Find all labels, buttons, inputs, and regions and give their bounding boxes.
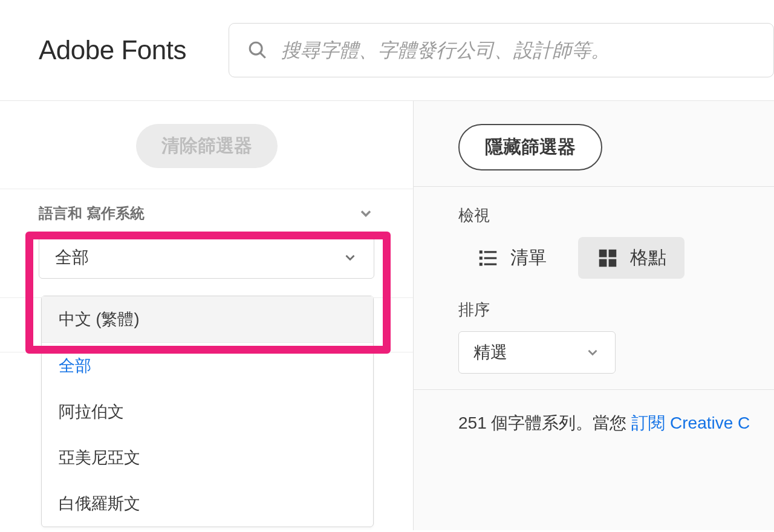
language-option[interactable]: 白俄羅斯文 (42, 481, 373, 527)
language-option[interactable]: 阿拉伯文 (42, 389, 373, 435)
list-icon (476, 247, 499, 270)
filter-section-header[interactable]: 語言和 寫作系統 (39, 204, 374, 223)
search-icon (247, 40, 268, 60)
clear-filters-button: 清除篩選器 (136, 124, 278, 168)
svg-rect-6 (480, 262, 483, 265)
chevron-down-icon (357, 205, 374, 222)
view-label: 檢視 (458, 205, 774, 226)
language-option[interactable]: 中文 (繁體) (42, 296, 373, 343)
view-list-label: 清單 (510, 245, 547, 270)
view-grid-label: 格點 (630, 245, 666, 270)
svg-point-0 (250, 42, 262, 54)
svg-rect-7 (484, 263, 497, 265)
svg-rect-10 (599, 259, 607, 267)
filter-section-title: 語言和 寫作系統 (39, 204, 145, 223)
search-input[interactable] (281, 39, 755, 62)
sort-select-value: 精選 (473, 341, 507, 364)
grid-icon (596, 247, 619, 270)
hide-filters-button[interactable]: 隱藏篩選器 (458, 124, 602, 170)
header: Adobe Fonts (0, 0, 774, 101)
svg-rect-9 (609, 249, 617, 257)
view-grid-button[interactable]: 格點 (578, 237, 685, 279)
language-select[interactable]: 全部 (39, 236, 374, 279)
filter-sidebar: 清除篩選器 語言和 寫作系統 全部 中文 (繁體)全部阿拉伯文亞美尼亞文白俄羅斯… (0, 101, 414, 530)
sort-select[interactable]: 精選 (458, 331, 616, 374)
results-summary: 251 個字體系列。當您 訂閱 Creative C (458, 412, 774, 435)
language-option[interactable]: 全部 (42, 343, 373, 389)
svg-rect-5 (484, 257, 497, 259)
svg-rect-8 (599, 249, 607, 257)
svg-rect-4 (480, 256, 483, 259)
sort-label: 排序 (458, 299, 774, 320)
svg-rect-2 (480, 250, 483, 253)
language-select-value: 全部 (55, 246, 89, 269)
svg-rect-3 (484, 251, 497, 253)
chevron-down-icon (585, 345, 600, 360)
logo[interactable]: Adobe Fonts (39, 35, 186, 65)
chevron-down-icon (342, 250, 358, 265)
language-option[interactable]: 亞美尼亞文 (42, 435, 373, 481)
view-list-button[interactable]: 清單 (458, 237, 565, 279)
main-content: 隱藏篩選器 檢視 清單 (414, 101, 774, 530)
svg-rect-11 (609, 259, 617, 267)
language-dropdown: 中文 (繁體)全部阿拉伯文亞美尼亞文白俄羅斯文 (41, 296, 374, 527)
results-text: 251 個字體系列。當您 (458, 414, 631, 432)
filter-section-language: 語言和 寫作系統 全部 (0, 189, 413, 298)
subscribe-link[interactable]: 訂閱 Creative C (631, 414, 750, 432)
svg-line-1 (261, 53, 265, 58)
view-toggle: 清單 格點 (458, 237, 774, 279)
search-box[interactable] (229, 23, 774, 77)
